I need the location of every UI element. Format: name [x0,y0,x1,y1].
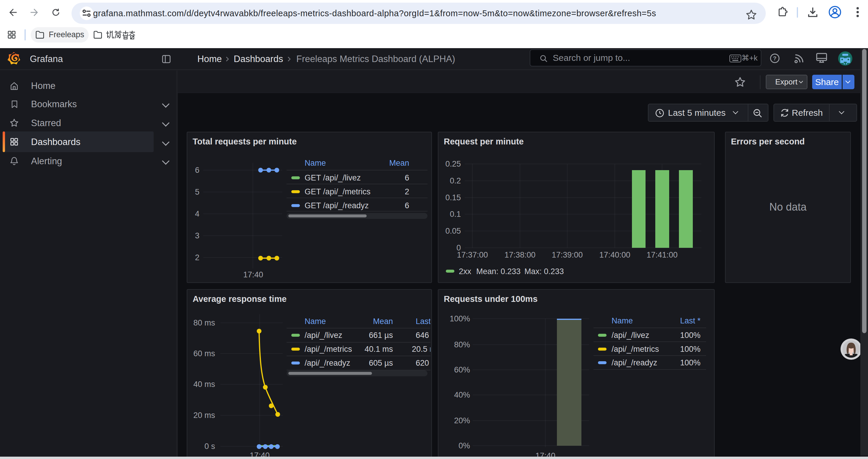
svg-text:?: ? [773,55,777,61]
